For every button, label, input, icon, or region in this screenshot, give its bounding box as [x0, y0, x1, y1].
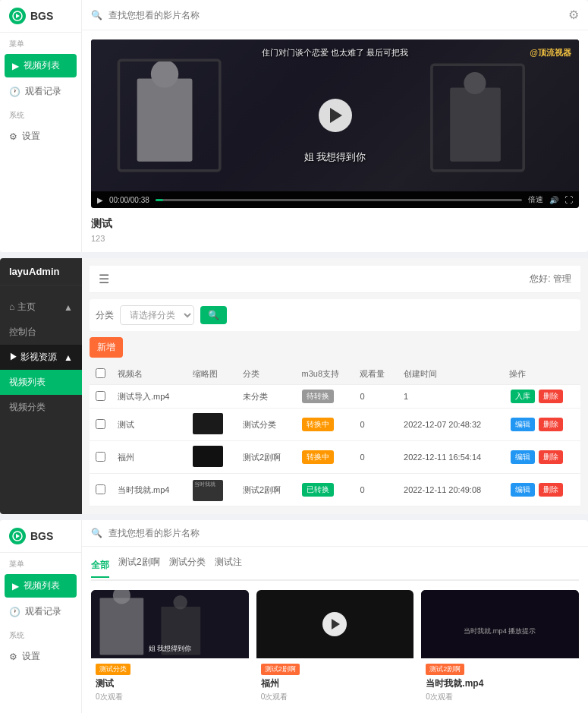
card-views: 0次观看: [426, 692, 574, 702]
logo-icon: [9, 8, 26, 24]
p3-sidebar-settings[interactable]: ⚙ 设置: [0, 644, 81, 669]
admin-header: ☰ 您好: 管理: [90, 266, 580, 293]
edit-btn[interactable]: 编辑: [511, 483, 535, 497]
delete-btn[interactable]: 删除: [539, 483, 563, 497]
p3-sidebar-history[interactable]: 🕐 观看记录: [0, 599, 81, 624]
sidebar-item-watch-history[interactable]: 🕐 观看记录: [0, 79, 81, 104]
row-checkbox[interactable]: [96, 391, 105, 401]
delete-btn[interactable]: 删除: [539, 390, 563, 403]
delete-btn[interactable]: 删除: [539, 450, 563, 464]
media-icon: ▶: [9, 352, 20, 362]
search-input[interactable]: [108, 10, 562, 21]
card-thumb: [256, 590, 414, 658]
p3-history-icon: 🕐: [9, 607, 20, 617]
add-video-button[interactable]: 新增: [90, 337, 123, 358]
panel1-sidebar: BGS 菜单 ▶ 视频列表 🕐 观看记录 系统 ⚙ 设置: [0, 0, 82, 252]
select-all-checkbox[interactable]: [96, 368, 105, 378]
cell-views: 0: [354, 385, 398, 409]
admin-nav-console[interactable]: 控制台: [0, 320, 82, 345]
video-desc: 123: [91, 234, 579, 243]
progress-bar[interactable]: [156, 199, 522, 201]
card-category-badge: 测试分类: [96, 664, 130, 675]
p3-section-system: 系统: [0, 624, 81, 644]
cell-category: 测试分类: [237, 409, 296, 441]
tab-cat2[interactable]: 测试2剧啊: [118, 556, 160, 573]
cell-name: 福州: [112, 441, 187, 474]
section-label-menu: 菜单: [0, 33, 81, 52]
table-row: 测试 测试分类 转换中 0 2022-12-07 20:48:32 编辑 删除: [90, 409, 580, 441]
row-checkbox[interactable]: [96, 452, 105, 462]
search-icon: 🔍: [91, 10, 102, 21]
tab-cat4[interactable]: 测试注: [215, 556, 242, 573]
admin-logo-text: layuAdmin: [9, 266, 59, 277]
edit-btn[interactable]: 编辑: [511, 450, 535, 464]
speed-label[interactable]: 倍速: [528, 194, 543, 205]
chevron-up-icon: ▲: [64, 302, 73, 313]
panel3-logo-text: BGS: [30, 530, 53, 542]
edit-btn[interactable]: 编辑: [511, 418, 535, 431]
cell-created: 1: [398, 385, 503, 409]
card-thumb-text: 姐 我想得到你: [91, 644, 249, 654]
sidebar-item-settings[interactable]: ⚙ 设置: [0, 124, 81, 149]
card-title: 当时我就.mp4: [426, 677, 574, 690]
logo-icon-3: [9, 528, 26, 544]
video-card[interactable]: 姐 我想得到你 测试分类 测试 0次观看: [91, 590, 249, 707]
filter-label: 分类: [96, 309, 114, 322]
cell-thumb: [187, 441, 237, 474]
card-views: 0次观看: [261, 692, 410, 702]
p3-search-icon: 🔍: [91, 528, 102, 538]
cell-category: 测试2剧啊: [237, 441, 296, 474]
thumb-image: [193, 446, 223, 467]
panel3-main: 全部 测试2剧啊 测试分类 测试注: [82, 547, 588, 713]
hamburger-icon[interactable]: ☰: [99, 272, 109, 286]
cell-m3u8: 转换中: [296, 441, 354, 474]
cell-thumb: 当时我就: [187, 474, 237, 506]
cell-created: 2022-12-11 20:49:08: [398, 474, 503, 506]
row-checkbox[interactable]: [96, 419, 105, 429]
cell-m3u8: 已转换: [296, 474, 354, 506]
table-row: 测试导入.mp4 未分类 待转换 0 1 入库 删除: [90, 385, 580, 409]
cell-actions: 编辑 删除: [503, 409, 580, 441]
thumb-image: [193, 413, 223, 434]
volume-icon[interactable]: 🔊: [549, 196, 558, 204]
table-header-row: 视频名 缩略图 分类 m3u8支持 观看量 创建时间 操作: [90, 364, 580, 385]
admin-nav-video-list[interactable]: 视频列表: [0, 370, 82, 395]
cell-thumb: [187, 385, 237, 409]
admin-section-main: [0, 286, 82, 295]
delete-btn[interactable]: 删除: [539, 418, 563, 431]
admin-logo-bar: layuAdmin: [0, 258, 82, 286]
play-pause-icon[interactable]: ▶: [97, 196, 103, 204]
admin-user-label: 您好: 管理: [530, 273, 571, 286]
video-card[interactable]: 测试2剧啊 福州 0次观看: [256, 590, 414, 707]
category-tabs: 全部 测试2剧啊 测试分类 测试注: [91, 556, 579, 581]
cell-category: 未分类: [237, 385, 296, 409]
admin-nav-media[interactable]: ▶ 影视资源 ▲: [0, 345, 82, 370]
video-card-grid: 姐 我想得到你 测试分类 测试 0次观看: [91, 590, 579, 707]
fullscreen-icon[interactable]: ⛶: [564, 195, 573, 204]
tab-cat3[interactable]: 测试分类: [169, 556, 206, 573]
video-card[interactable]: 当时我就.mp4 播放提示 测试2剧啊 当时我就.mp4 0次观看: [421, 590, 579, 707]
panel1-search-bar: 🔍 ⚙: [82, 0, 588, 30]
import-btn[interactable]: 入库: [511, 390, 535, 403]
p3-search-input[interactable]: [108, 528, 579, 538]
cell-views: 0: [354, 409, 398, 441]
card-play-btn[interactable]: [322, 612, 347, 636]
cell-name: 测试导入.mp4: [112, 385, 187, 409]
tab-all[interactable]: 全部: [91, 559, 109, 578]
video-watermark: @顶流视器: [530, 47, 571, 58]
search-button[interactable]: 🔍: [200, 306, 227, 324]
gear-icon[interactable]: ⚙: [568, 8, 579, 22]
sidebar-item-video-list[interactable]: ▶ 视频列表: [5, 54, 77, 77]
play-button[interactable]: [319, 99, 352, 132]
col-m3u8: m3u8支持: [296, 364, 354, 385]
chevron-up-icon2: ▲: [64, 352, 73, 363]
card-thumb: 当时我就.mp4 播放提示: [421, 590, 579, 658]
admin-nav-video-cat[interactable]: 视频分类: [0, 395, 82, 420]
p3-sidebar-video-list[interactable]: ▶ 视频列表: [5, 574, 77, 598]
category-select[interactable]: 请选择分类: [120, 305, 194, 325]
admin-nav-home[interactable]: ⌂ 主页 ▲: [0, 295, 82, 320]
cell-actions: 编辑 删除: [503, 441, 580, 474]
cell-m3u8: 转换中: [296, 409, 354, 441]
panel3-sidebar: BGS 菜单 ▶ 视频列表 🕐 观看记录 系统 ⚙ 设置: [0, 520, 82, 713]
row-checkbox[interactable]: [96, 484, 105, 494]
